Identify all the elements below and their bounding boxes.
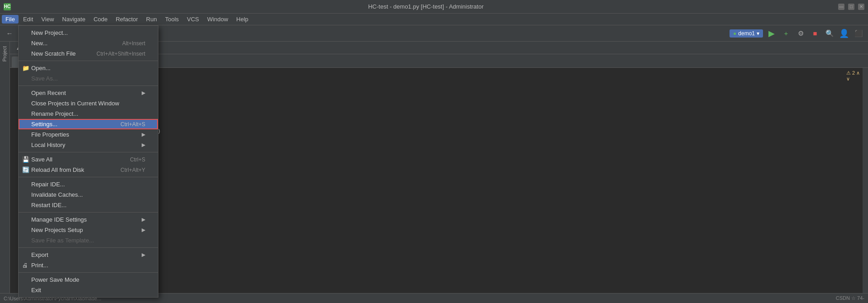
local-history-arrow-icon: ▶ xyxy=(142,142,145,148)
new-label: New... xyxy=(31,40,48,47)
menu-refactor[interactable]: Refactor xyxy=(112,15,142,24)
save-all-icon: 💾 xyxy=(22,156,29,163)
menu-vcs[interactable]: VCS xyxy=(183,15,203,24)
menu-item-invalidate-caches[interactable]: Invalidate Caches... xyxy=(19,189,158,200)
menu-window[interactable]: Window xyxy=(204,15,232,24)
menu-item-local-history[interactable]: Local History ▶ xyxy=(19,140,158,150)
branch-selector[interactable]: ● demo1 ▾ xyxy=(730,29,763,38)
open-recent-arrow-icon: ▶ xyxy=(142,90,145,96)
save-all-shortcut: Ctrl+S xyxy=(130,156,145,163)
menu-item-new[interactable]: New... Alt+Insert xyxy=(19,38,158,48)
menu-item-reload-all[interactable]: 🔄 Reload All from Disk Ctrl+Alt+Y xyxy=(19,165,158,175)
restart-ide-label: Restart IDE... xyxy=(31,202,67,208)
minimize-button[interactable]: — xyxy=(838,4,844,10)
separator-2 xyxy=(19,85,158,86)
rename-project-label: Rename Project... xyxy=(31,110,78,117)
separator-3 xyxy=(19,152,158,152)
menu-item-open[interactable]: 📁 Open... xyxy=(19,63,158,73)
repair-ide-label: Repair IDE... xyxy=(31,181,65,188)
menu-item-repair-ide[interactable]: Repair IDE... xyxy=(19,179,158,189)
power-save-label: Power Save Mode xyxy=(31,276,79,283)
export-label: Export xyxy=(31,251,48,258)
save-file-template-label: Save File as Template... xyxy=(31,237,94,244)
menu-view[interactable]: View xyxy=(38,15,57,24)
menu-item-export[interactable]: Export ▶ xyxy=(19,250,158,260)
reload-all-shortcut: Ctrl+Alt+Y xyxy=(120,167,145,173)
menu-item-exit[interactable]: Exit xyxy=(19,285,158,295)
settings-label: Settings... xyxy=(31,121,57,128)
warning-indicator: ⚠ 2 ∧ ∨ xyxy=(844,70,863,82)
menu-item-save-all[interactable]: 💾 Save All Ctrl+S xyxy=(19,154,158,165)
file-properties-label: File Properties xyxy=(31,131,69,138)
save-all-label: Save All xyxy=(31,156,52,163)
settings-shortcut: Ctrl+Alt+S xyxy=(120,121,145,128)
reload-all-label: Reload All from Disk xyxy=(31,166,84,173)
menu-item-new-projects-setup[interactable]: New Projects Setup ▶ xyxy=(19,225,158,235)
close-button[interactable]: ✕ xyxy=(858,4,864,10)
stop-button[interactable]: ■ xyxy=(809,28,821,39)
menu-item-new-scratch[interactable]: New Scratch File Ctrl+Alt+Shift+Insert xyxy=(19,48,158,59)
menu-item-print[interactable]: 🖨 Print... xyxy=(19,260,158,270)
invalidate-caches-label: Invalidate Caches... xyxy=(31,191,83,198)
branch-chevron-icon: ▾ xyxy=(757,30,759,37)
user-avatar[interactable]: 👤 xyxy=(838,28,850,39)
menu-item-rename-project[interactable]: Rename Project... xyxy=(19,109,158,119)
build-button[interactable]: ⚙ xyxy=(795,28,806,39)
editor-scrollbar[interactable] xyxy=(863,68,868,303)
file-properties-arrow-icon: ▶ xyxy=(142,132,145,137)
maximize-button[interactable]: □ xyxy=(848,4,854,10)
menu-item-save-file-template: Save File as Template... xyxy=(19,235,158,246)
save-as-label: Save As... xyxy=(31,75,58,82)
project-panel-label[interactable]: Project xyxy=(0,42,10,66)
print-label: Print... xyxy=(31,262,48,269)
reload-icon: 🔄 xyxy=(22,166,29,173)
menu-bar: File Edit View Navigate Code Refactor Ru… xyxy=(0,14,868,25)
search-everywhere-button[interactable]: 🔍 xyxy=(824,28,835,39)
open-label: Open... xyxy=(31,65,51,71)
close-projects-label: Close Projects in Current Window xyxy=(31,100,119,107)
open-folder-icon: 📁 xyxy=(22,65,29,71)
status-csdn: CSDN ☆ 74- xyxy=(836,295,864,301)
new-scratch-shortcut: Ctrl+Alt+Shift+Insert xyxy=(96,51,145,57)
open-recent-label: Open Recent xyxy=(31,90,66,96)
menu-item-file-properties[interactable]: File Properties ▶ xyxy=(19,129,158,140)
manage-ide-arrow-icon: ▶ xyxy=(142,217,145,223)
menu-item-close-projects[interactable]: Close Projects in Current Window xyxy=(19,98,158,109)
new-project-label: New Project... xyxy=(31,29,68,36)
add-configuration-button[interactable]: + xyxy=(780,28,792,39)
menu-item-open-recent[interactable]: Open Recent ▶ xyxy=(19,88,158,98)
menu-item-settings[interactable]: Settings... Ctrl+Alt+S xyxy=(19,119,158,129)
run-button[interactable]: ▶ xyxy=(766,28,777,39)
menu-edit[interactable]: Edit xyxy=(19,15,37,24)
file-dropdown-menu: New Project... New... Alt+Insert New Scr… xyxy=(18,25,158,298)
settings-button[interactable]: ⬛ xyxy=(853,28,864,39)
window-controls: — □ ✕ xyxy=(838,4,864,10)
exit-label: Exit xyxy=(31,287,41,294)
print-icon: 🖨 xyxy=(22,262,28,269)
menu-item-power-save[interactable]: Power Save Mode xyxy=(19,275,158,285)
app-logo: HC xyxy=(4,3,11,10)
menu-help[interactable]: Help xyxy=(233,15,252,24)
menu-item-save-as: Save As... xyxy=(19,73,158,84)
new-projects-setup-label: New Projects Setup xyxy=(31,227,83,233)
menu-tools[interactable]: Tools xyxy=(162,15,182,24)
separator-5 xyxy=(19,212,158,213)
separator-1 xyxy=(19,61,158,61)
new-scratch-label: New Scratch File xyxy=(31,50,76,57)
status-right: CSDN ☆ 74- xyxy=(836,295,864,301)
back-button[interactable]: ← xyxy=(4,28,15,39)
error-gutter: ⚠ 2 ∧ ∨ xyxy=(844,68,863,303)
title-bar: HC HC-test - demo1.py [HC-test] - Admini… xyxy=(0,0,868,14)
menu-navigate[interactable]: Navigate xyxy=(58,15,89,24)
menu-file[interactable]: File xyxy=(2,15,19,24)
menu-run[interactable]: Run xyxy=(143,15,161,24)
menu-item-manage-ide-settings[interactable]: Manage IDE Settings ▶ xyxy=(19,214,158,225)
manage-ide-settings-label: Manage IDE Settings xyxy=(31,216,87,223)
branch-name: demo1 xyxy=(738,30,755,37)
menu-item-new-project[interactable]: New Project... xyxy=(19,28,158,38)
separator-4 xyxy=(19,177,158,177)
menu-code[interactable]: Code xyxy=(90,15,111,24)
export-arrow-icon: ▶ xyxy=(142,252,145,258)
separator-6 xyxy=(19,247,158,248)
menu-item-restart-ide[interactable]: Restart IDE... xyxy=(19,200,158,210)
